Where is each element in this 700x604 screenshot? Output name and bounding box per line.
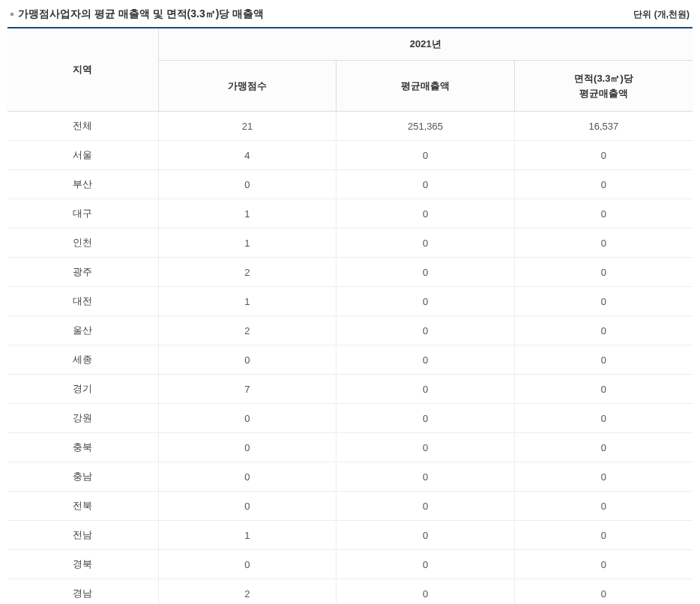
cell-area-sales: 0 [514, 433, 693, 462]
cell-count: 0 [158, 170, 337, 199]
cell-area-sales: 0 [514, 404, 693, 433]
sales-table: 지역 2021년 가맹점수 평균매출액 면적(3.3㎡)당 평균매출액 전체21… [7, 27, 693, 604]
cell-avg-sales: 251,365 [337, 112, 515, 141]
header-region: 지역 [7, 28, 158, 112]
header-area-sales: 면적(3.3㎡)당 평균매출액 [514, 61, 693, 112]
cell-count: 2 [158, 316, 337, 345]
cell-avg-sales: 0 [337, 345, 515, 375]
cell-region: 경북 [7, 550, 158, 579]
table-row: 충북000 [7, 433, 693, 462]
cell-area-sales: 0 [514, 141, 693, 170]
cell-area-sales: 0 [514, 287, 693, 316]
unit-label: 단위 (개,천원) [633, 8, 690, 21]
header-year: 2021년 [158, 28, 693, 61]
table-row: 인천100 [7, 229, 693, 258]
cell-avg-sales: 0 [337, 579, 515, 605]
cell-area-sales: 16,537 [514, 112, 693, 141]
cell-avg-sales: 0 [337, 492, 515, 521]
cell-area-sales: 0 [514, 316, 693, 345]
cell-avg-sales: 0 [337, 287, 515, 316]
cell-area-sales: 0 [514, 345, 693, 375]
table-row: 대구100 [7, 199, 693, 229]
table-header: 지역 2021년 가맹점수 평균매출액 면적(3.3㎡)당 평균매출액 [7, 28, 693, 112]
cell-region: 대구 [7, 199, 158, 229]
cell-area-sales: 0 [514, 258, 693, 287]
table-row: 대전100 [7, 287, 693, 316]
cell-count: 0 [158, 404, 337, 433]
header-area-line1: 면적(3.3㎡)당 [574, 73, 633, 84]
table-row: 경북000 [7, 550, 693, 579]
cell-avg-sales: 0 [337, 258, 515, 287]
table-row: 울산200 [7, 316, 693, 345]
cell-area-sales: 0 [514, 229, 693, 258]
cell-count: 7 [158, 375, 337, 404]
cell-region: 인천 [7, 229, 158, 258]
cell-count: 1 [158, 199, 337, 229]
cell-region: 충북 [7, 433, 158, 462]
cell-avg-sales: 0 [337, 316, 515, 345]
cell-avg-sales: 0 [337, 141, 515, 170]
header-area-line2: 평균매출액 [579, 88, 628, 99]
cell-count: 2 [158, 579, 337, 605]
table-row: 전체21251,36516,537 [7, 112, 693, 141]
header-avg-sales: 평균매출액 [337, 61, 515, 112]
cell-region: 강원 [7, 404, 158, 433]
cell-area-sales: 0 [514, 492, 693, 521]
cell-count: 1 [158, 287, 337, 316]
cell-avg-sales: 0 [337, 229, 515, 258]
cell-region: 전체 [7, 112, 158, 141]
title-text: 가맹점사업자의 평균 매출액 및 면적(3.3㎡)당 매출액 [18, 7, 264, 21]
cell-region: 광주 [7, 258, 158, 287]
table-row: 서울400 [7, 141, 693, 170]
cell-count: 0 [158, 492, 337, 521]
bullet-icon [10, 13, 13, 16]
cell-avg-sales: 0 [337, 199, 515, 229]
header-row: 가맹점사업자의 평균 매출액 및 면적(3.3㎡)당 매출액 단위 (개,천원) [7, 7, 693, 21]
cell-area-sales: 0 [514, 170, 693, 199]
cell-region: 전북 [7, 492, 158, 521]
cell-avg-sales: 0 [337, 462, 515, 492]
cell-count: 0 [158, 550, 337, 579]
cell-region: 대전 [7, 287, 158, 316]
cell-avg-sales: 0 [337, 521, 515, 550]
cell-area-sales: 0 [514, 550, 693, 579]
cell-avg-sales: 0 [337, 375, 515, 404]
cell-region: 서울 [7, 141, 158, 170]
cell-avg-sales: 0 [337, 433, 515, 462]
cell-region: 전남 [7, 521, 158, 550]
cell-count: 4 [158, 141, 337, 170]
cell-area-sales: 0 [514, 579, 693, 605]
page-title: 가맹점사업자의 평균 매출액 및 면적(3.3㎡)당 매출액 [10, 7, 264, 21]
cell-avg-sales: 0 [337, 404, 515, 433]
table-row: 경남200 [7, 579, 693, 605]
cell-count: 0 [158, 345, 337, 375]
table-row: 세종000 [7, 345, 693, 375]
table-row: 충남000 [7, 462, 693, 492]
cell-count: 21 [158, 112, 337, 141]
cell-avg-sales: 0 [337, 550, 515, 579]
table-row: 부산000 [7, 170, 693, 199]
cell-count: 0 [158, 433, 337, 462]
cell-region: 경남 [7, 579, 158, 605]
table-row: 강원000 [7, 404, 693, 433]
cell-region: 부산 [7, 170, 158, 199]
cell-count: 1 [158, 229, 337, 258]
cell-area-sales: 0 [514, 375, 693, 404]
table-body: 전체21251,36516,537서울400부산000대구100인천100광주2… [7, 112, 693, 605]
cell-region: 세종 [7, 345, 158, 375]
table-row: 경기700 [7, 375, 693, 404]
table-row: 광주200 [7, 258, 693, 287]
cell-count: 2 [158, 258, 337, 287]
cell-area-sales: 0 [514, 521, 693, 550]
cell-avg-sales: 0 [337, 170, 515, 199]
cell-region: 충남 [7, 462, 158, 492]
cell-count: 1 [158, 521, 337, 550]
cell-area-sales: 0 [514, 199, 693, 229]
table-row: 전남100 [7, 521, 693, 550]
cell-area-sales: 0 [514, 462, 693, 492]
cell-region: 울산 [7, 316, 158, 345]
cell-region: 경기 [7, 375, 158, 404]
header-count: 가맹점수 [158, 61, 337, 112]
cell-count: 0 [158, 462, 337, 492]
table-row: 전북000 [7, 492, 693, 521]
